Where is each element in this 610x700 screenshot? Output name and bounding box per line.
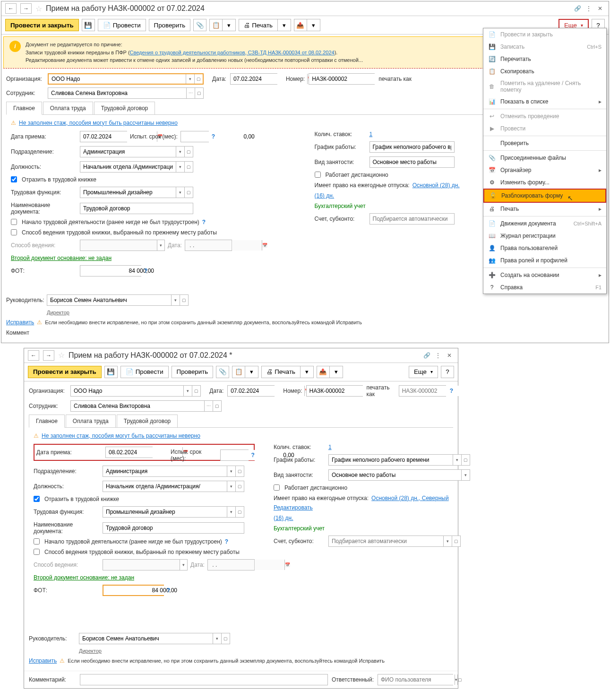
responsible-input[interactable]: ▾▢	[378, 674, 453, 685]
start-activity-checkbox[interactable]	[11, 219, 17, 225]
number-input[interactable]	[306, 385, 363, 397]
employee-more-icon[interactable]: ⋯	[186, 88, 195, 98]
remote-checkbox[interactable]	[274, 484, 280, 491]
create-based-dropdown[interactable]: ▾	[223, 19, 236, 31]
start-activity-checkbox[interactable]	[34, 538, 40, 544]
menu-item[interactable]: 📅 Органайзер ▸	[483, 164, 606, 176]
manager-input[interactable]: ▾▢	[47, 294, 189, 306]
employee-input[interactable]: ⋯ ▢	[48, 87, 204, 99]
post-button[interactable]: 📄Провести	[98, 19, 146, 31]
work-func-input[interactable]: ▾▢	[80, 187, 193, 198]
save-button[interactable]: 💾	[82, 19, 95, 31]
pfr-link[interactable]: Сведения о трудовой деятельности работни…	[130, 50, 335, 55]
position-input[interactable]: ▾▢	[103, 481, 244, 492]
save-button[interactable]: 💾	[104, 366, 118, 378]
date-input[interactable]: 📅	[227, 385, 275, 397]
menu-item[interactable]: Проверить	[483, 137, 606, 149]
menu-item[interactable]: 📎 Присоединенные файлы	[483, 152, 606, 164]
date-input[interactable]: 📅	[230, 73, 277, 85]
help-button[interactable]: ?	[441, 366, 454, 378]
check-button[interactable]: Проверить	[149, 19, 191, 31]
print-as-input[interactable]	[399, 385, 446, 397]
manager-input[interactable]: ▾▢	[79, 633, 230, 644]
work-func-input[interactable]: ▾▢	[103, 506, 244, 518]
forward-button[interactable]: →	[20, 3, 32, 14]
trial-input[interactable]	[220, 449, 249, 461]
menu-item[interactable]: 📋 Скопировать	[483, 65, 606, 78]
employee-open-icon[interactable]: ▢	[195, 88, 203, 98]
second-doc-link[interactable]: Второй документ основание: не задан	[34, 574, 134, 581]
manager-pos-link[interactable]: Директор	[47, 310, 69, 315]
kebab-icon[interactable]: ⋮	[433, 351, 443, 360]
attach-button[interactable]: 📎	[193, 19, 206, 31]
menu-item[interactable]: ? Справка F1	[483, 281, 606, 294]
back-button[interactable]: ←	[5, 3, 17, 14]
stage-warning-link[interactable]: Не заполнен стаж, пособия могут быть рас…	[42, 432, 200, 439]
remote-checkbox[interactable]	[315, 172, 321, 178]
book-method-checkbox[interactable]	[34, 549, 40, 555]
schedule-input[interactable]: ▾▢	[328, 454, 470, 466]
comment-input[interactable]	[80, 674, 328, 685]
menu-item[interactable]: ⚙ Изменить форму...	[483, 176, 606, 189]
export-button[interactable]: 📤	[294, 19, 307, 31]
menu-item[interactable]: 🖨 Печать ▸	[483, 203, 606, 215]
menu-item[interactable]: 👤 Права пользователей	[483, 242, 606, 254]
menu-item[interactable]: 🔄 Перечитать	[483, 53, 606, 65]
hire-date-input[interactable]: 📅	[105, 447, 153, 458]
schedule-input[interactable]	[369, 141, 455, 153]
menu-item[interactable]: 📖 Журнал регистрации	[483, 230, 606, 242]
tab-pay[interactable]: Оплата труда	[66, 415, 116, 427]
link-icon[interactable]: 🔗	[422, 351, 431, 360]
more-button[interactable]: Еще	[409, 366, 438, 378]
employee-input[interactable]: ⋯▢	[70, 400, 222, 412]
account-input[interactable]: ▾▢	[328, 536, 461, 547]
tab-main[interactable]: Главное	[6, 102, 42, 115]
tab-contract[interactable]: Трудовой договор	[94, 102, 155, 114]
star-icon[interactable]: ☆	[58, 351, 65, 360]
dept-input[interactable]: ▾▢	[103, 466, 244, 477]
menu-item[interactable]: ➕ Создать на основании ▸	[483, 269, 606, 281]
book-method-checkbox[interactable]	[11, 229, 17, 235]
export-dropdown[interactable]: ▾	[307, 19, 320, 31]
doc-name-input[interactable]	[103, 522, 244, 534]
kebab-icon[interactable]: ⋮	[584, 4, 593, 13]
post-close-button[interactable]: Провести и закрыть	[5, 19, 79, 31]
tab-pay[interactable]: Оплата труда	[43, 102, 93, 114]
menu-item[interactable]: 📊 Показать в списке ▸	[483, 95, 606, 108]
dept-input[interactable]: ▾▢	[80, 146, 193, 157]
post-close-button[interactable]: Провести и закрыть	[28, 366, 102, 378]
second-doc-link[interactable]: Второй документ основание: не задан	[11, 255, 112, 261]
print-button[interactable]: 🖨 Печать	[239, 19, 278, 31]
number-input[interactable]	[309, 73, 375, 85]
forward-button[interactable]: →	[43, 350, 54, 361]
fix-link[interactable]: Исправить	[29, 657, 57, 664]
employment-input[interactable]: ▾	[328, 469, 470, 481]
fix-link[interactable]: Исправить	[6, 319, 34, 326]
print-dropdown[interactable]: ▾	[278, 19, 291, 31]
menu-item[interactable]: 📄 Движения документа Ctrl+Shift+A	[483, 217, 606, 230]
tab-contract[interactable]: Трудовой договор	[117, 415, 178, 427]
org-input[interactable]: ▾ ▢	[48, 73, 204, 85]
post-button[interactable]: 📄Провести	[120, 366, 169, 378]
org-input[interactable]: ▾▢	[70, 385, 201, 397]
menu-item[interactable]: 🔓 Разблокировать форму	[483, 189, 606, 203]
close-icon[interactable]: ✕	[445, 351, 454, 360]
link-icon[interactable]: 🔗	[573, 4, 582, 13]
doc-name-input[interactable]	[80, 203, 193, 214]
stage-warning-link[interactable]: Не заполнен стаж, пособия могут быть рас…	[19, 120, 178, 126]
check-button[interactable]: Проверить	[172, 366, 214, 378]
reflect-book-checkbox[interactable]	[11, 176, 17, 182]
org-open-icon[interactable]: ▢	[194, 74, 203, 84]
org-dropdown-icon[interactable]: ▾	[186, 74, 194, 84]
account-input[interactable]	[369, 213, 455, 225]
help-icon[interactable]: ?	[212, 133, 215, 140]
hire-date-input[interactable]: 📅	[80, 131, 127, 142]
trial-input[interactable]	[180, 131, 209, 142]
back-button[interactable]: ←	[28, 350, 39, 361]
close-icon[interactable]: ✕	[595, 4, 605, 13]
reflect-book-checkbox[interactable]	[34, 496, 40, 502]
create-based-button[interactable]: 📋	[209, 19, 223, 31]
position-input[interactable]: ▾▢	[80, 161, 193, 173]
rates-link[interactable]: 1	[369, 131, 373, 138]
menu-item[interactable]: 👥 Права ролей и профилей	[483, 254, 606, 267]
